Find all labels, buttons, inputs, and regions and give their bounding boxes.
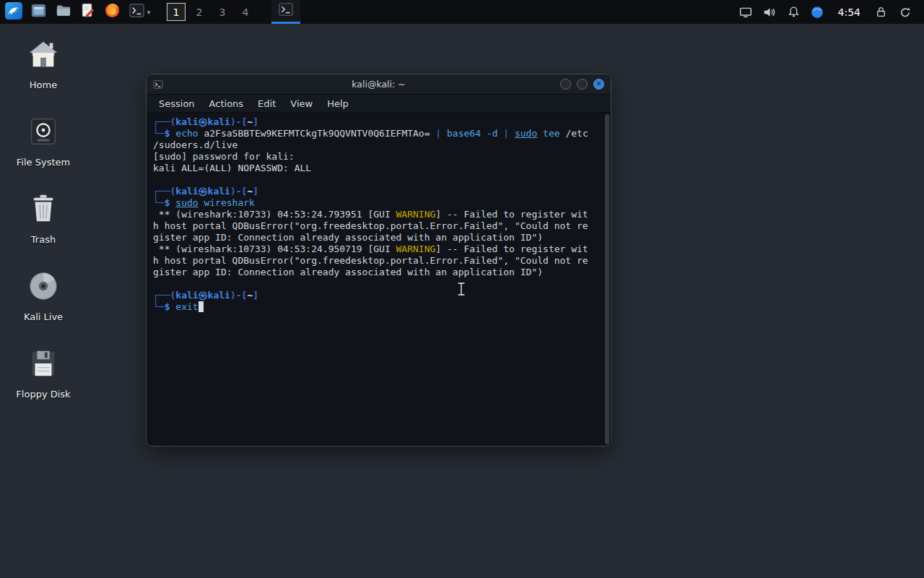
home-icon xyxy=(27,38,60,71)
terminal-icon xyxy=(278,1,294,20)
floppy-disk-icon xyxy=(27,347,60,380)
cd-disc-icon xyxy=(27,269,60,303)
scrollbar-thumb[interactable] xyxy=(605,114,609,444)
terminal-line: gister app ID: Connection already associ… xyxy=(153,267,611,278)
terminal-body[interactable]: ┌──(kali㉿kali)-[~]└─$ echo a2FsaSBBTEw9K… xyxy=(147,113,611,446)
workspace-pager: 1 2 3 4 xyxy=(165,0,257,24)
terminal-line: ** (wireshark:10733) 04:53:24.950719 [GU… xyxy=(153,243,611,255)
top-panel: ▾ 1 2 3 4 xyxy=(0,0,924,24)
show-desktop-launcher[interactable] xyxy=(26,0,51,24)
folder-icon xyxy=(55,2,71,22)
firefox-icon xyxy=(104,2,121,22)
workspace-3-label: 3 xyxy=(219,7,226,18)
close-button[interactable]: ✕ xyxy=(593,79,604,90)
desktop-icon-label: Kali Live xyxy=(24,312,63,322)
network-icon[interactable] xyxy=(806,0,829,24)
desktop-icon-home[interactable]: Home xyxy=(9,38,78,90)
desktop-icon-label: Home xyxy=(30,80,57,90)
workspace-1[interactable]: 1 xyxy=(165,0,188,24)
menu-help[interactable]: Help xyxy=(320,96,356,111)
trash-icon xyxy=(27,192,60,225)
terminal-line: ** (wireshark:10733) 04:53:24.793951 [GU… xyxy=(153,209,611,220)
workspace-4[interactable]: 4 xyxy=(234,0,257,24)
terminal-line: ┌──(kali㉿kali)-[~] xyxy=(153,116,611,128)
workspace-1-label: 1 xyxy=(167,3,186,21)
terminal-line: └─$ sudo wireshark xyxy=(153,197,611,209)
workspace-2[interactable]: 2 xyxy=(188,0,211,24)
terminal-line xyxy=(153,174,611,186)
terminal-line: └─$ exit xyxy=(153,301,611,313)
workspace-4-label: 4 xyxy=(243,7,249,18)
file-manager-launcher[interactable] xyxy=(51,0,75,24)
terminal-menubar: Session Actions Edit View Help xyxy=(147,95,611,113)
terminal-line: └─$ echo a2FsaSBBTEw9KEFMTCkgTk9QQVNTV0Q… xyxy=(153,128,611,139)
kali-menu-button[interactable] xyxy=(1,0,26,24)
terminal-window: kali@kali: ~ ✕ Session Actions Edit View… xyxy=(146,74,611,447)
terminal-scrollbar[interactable] xyxy=(605,114,610,444)
clock[interactable]: 4:54 xyxy=(829,7,869,18)
workspace-3[interactable]: 3 xyxy=(211,0,234,24)
terminal-line: ┌──(kali㉿kali)-[~] xyxy=(153,290,611,301)
window-title: kali@kali: ~ xyxy=(147,79,611,90)
window-icon xyxy=(30,2,47,22)
menu-edit[interactable]: Edit xyxy=(250,96,283,111)
terminal-icon xyxy=(128,2,145,22)
desktop-icon-label: Floppy Disk xyxy=(16,389,70,400)
maximize-button[interactable] xyxy=(577,79,588,90)
terminal-output: ┌──(kali㉿kali)-[~]└─$ echo a2FsaSBBTEw9K… xyxy=(153,116,611,313)
minimize-button[interactable] xyxy=(560,79,571,90)
text-editor-launcher[interactable] xyxy=(75,0,100,24)
terminal-line: [sudo] password for kali: xyxy=(153,151,611,163)
power-icon[interactable] xyxy=(893,0,917,24)
firefox-launcher[interactable] xyxy=(100,0,124,24)
filesystem-drive-icon xyxy=(27,115,60,148)
menu-actions[interactable]: Actions xyxy=(202,96,251,111)
terminal-line xyxy=(153,278,611,290)
text-editor-icon xyxy=(79,2,96,22)
desktop-icon-floppy-disk[interactable]: Floppy Disk xyxy=(9,347,78,400)
volume-icon[interactable] xyxy=(758,0,782,24)
terminal-launcher-menu-arrow[interactable]: ▾ xyxy=(144,0,153,24)
desktop-icon-file-system[interactable]: File System xyxy=(9,115,78,168)
terminal-line: kali ALL=(ALL) NOPASSWD: ALL xyxy=(153,163,611,174)
display-icon[interactable] xyxy=(734,0,758,24)
kali-logo-icon xyxy=(4,1,23,23)
terminal-line: h host portal QDBusError("org.freedeskto… xyxy=(153,255,611,267)
menu-session[interactable]: Session xyxy=(152,96,202,111)
desktop-icon-label: Trash xyxy=(31,235,56,245)
desktop-icon-kali-live[interactable]: Kali Live xyxy=(9,269,78,322)
terminal-line: h host portal QDBusError("org.freedeskto… xyxy=(153,220,611,232)
desktop-icon-label: File System xyxy=(17,158,70,168)
terminal-mini-icon xyxy=(153,79,163,90)
lock-icon[interactable] xyxy=(869,0,893,24)
desktop-icon-trash[interactable]: Trash xyxy=(9,192,78,245)
taskbar xyxy=(271,0,300,24)
bell-icon[interactable] xyxy=(782,0,806,24)
taskbar-terminal-window[interactable] xyxy=(271,0,300,24)
terminal-titlebar[interactable]: kali@kali: ~ ✕ xyxy=(147,74,611,95)
terminal-line: ┌──(kali㉿kali)-[~] xyxy=(153,186,611,197)
terminal-line: gister app ID: Connection already associ… xyxy=(153,232,611,243)
menu-view[interactable]: View xyxy=(283,96,320,111)
workspace-2-label: 2 xyxy=(196,7,203,18)
terminal-line: /sudoers.d/live xyxy=(153,139,611,151)
